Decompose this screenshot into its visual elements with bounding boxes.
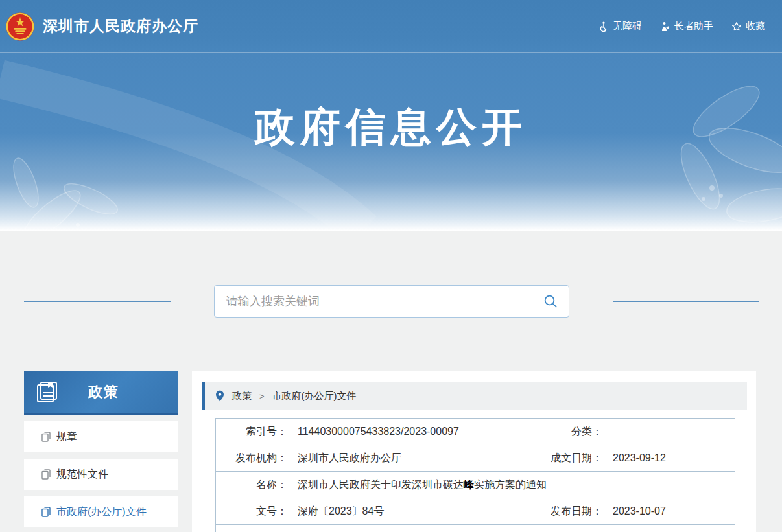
document-icon xyxy=(41,469,51,480)
star-icon xyxy=(731,21,742,32)
favorite-label: 收藏 xyxy=(746,20,765,32)
document-metadata-table: 索引号： 114403000075433823/2023-00097 分类： 发… xyxy=(215,418,735,532)
sidebar-title: 政策 xyxy=(88,382,119,402)
elder-assist-label: 长者助手 xyxy=(674,20,713,32)
sidebar-item-regulations[interactable]: 规章 xyxy=(24,421,178,452)
breadcrumb: 政策 > 市政府(办公厅)文件 xyxy=(202,382,747,410)
breadcrumb-item-policy[interactable]: 政策 xyxy=(232,390,252,402)
sidebar-header-divider xyxy=(71,379,71,405)
policy-book-icon xyxy=(35,380,60,404)
breadcrumb-item-current[interactable]: 市政府(办公厅)文件 xyxy=(272,390,357,402)
content-section: 政策 规章 规范性文件 市政府(办公厅)文件 xyxy=(0,231,782,532)
accessibility-icon xyxy=(598,21,609,32)
national-emblem-icon xyxy=(5,12,35,41)
highlighted-keyword: 峰 xyxy=(464,479,474,490)
favorite-link[interactable]: 收藏 xyxy=(731,20,765,32)
document-icon xyxy=(41,432,51,442)
issuer-value: 深圳市人民政府办公厅 xyxy=(298,452,401,465)
accessibility-link[interactable]: 无障碍 xyxy=(598,20,642,32)
table-row: 发布机构： 深圳市人民政府办公厅 成文日期： 2023-09-12 xyxy=(216,445,735,472)
elder-assist-icon xyxy=(660,21,670,32)
document-name-value: 深圳市人民政府关于印发深圳市碳达峰实施方案的通知 xyxy=(298,478,547,492)
page-banner: 政府信息公开 xyxy=(0,53,782,231)
search-box xyxy=(214,285,569,318)
accessibility-label: 无障碍 xyxy=(613,20,642,32)
table-row: 名称： 深圳市人民政府关于印发深圳市碳达峰实施方案的通知 xyxy=(216,472,735,498)
page-title: 政府信息公开 xyxy=(0,100,782,154)
search-left-divider xyxy=(24,301,171,302)
index-number-value: 114403000075433823/2023-00097 xyxy=(298,426,459,437)
table-row: 索引号： 114403000075433823/2023-00097 分类： xyxy=(216,419,735,445)
search-right-divider xyxy=(613,301,759,302)
doc-number-label: 文号： xyxy=(216,505,287,518)
sidebar-item-label: 规范性文件 xyxy=(56,468,108,481)
sidebar-item-normative-docs[interactable]: 规范性文件 xyxy=(24,459,178,490)
sidebar-header: 政策 xyxy=(24,371,178,415)
publish-date-value: 2023-10-07 xyxy=(613,505,666,517)
search-input[interactable] xyxy=(215,295,532,308)
doc-number-value: 深府〔2023〕84号 xyxy=(298,505,384,518)
written-date-label: 成文日期： xyxy=(519,452,602,465)
site-title: 深圳市人民政府办公厅 xyxy=(43,16,198,36)
header-links: 无障碍 长者助手 收藏 xyxy=(598,20,765,32)
sidebar-item-label: 规章 xyxy=(56,430,77,444)
search-icon xyxy=(543,294,558,308)
document-icon xyxy=(41,507,51,517)
breadcrumb-separator: > xyxy=(259,391,265,401)
publish-date-label: 发布日期： xyxy=(519,505,602,518)
document-name-label: 名称： xyxy=(216,478,287,492)
index-number-label: 索引号： xyxy=(216,425,287,439)
table-row: 文号： 深府〔2023〕84号 发布日期： 2023-10-07 xyxy=(216,498,735,525)
search-button[interactable] xyxy=(532,286,569,317)
sidebar: 政策 规章 规范性文件 市政府(办公厅)文件 xyxy=(24,371,178,527)
sidebar-item-municipal-gov-docs[interactable]: 市政府(办公厅)文件 xyxy=(24,496,178,527)
elder-assist-link[interactable]: 长者助手 xyxy=(660,20,713,32)
table-row xyxy=(216,525,735,532)
written-date-value: 2023-09-12 xyxy=(613,452,666,464)
top-header-bar: 深圳市人民政府办公厅 无障碍 长者助手 收藏 xyxy=(0,0,782,53)
issuer-label: 发布机构： xyxy=(216,452,287,465)
main-panel: 政策 > 市政府(办公厅)文件 索引号： 114403000075433823/… xyxy=(192,371,756,532)
category-label: 分类： xyxy=(519,425,602,439)
location-pin-icon xyxy=(215,390,224,402)
sidebar-item-label: 市政府(办公厅)文件 xyxy=(56,505,147,519)
